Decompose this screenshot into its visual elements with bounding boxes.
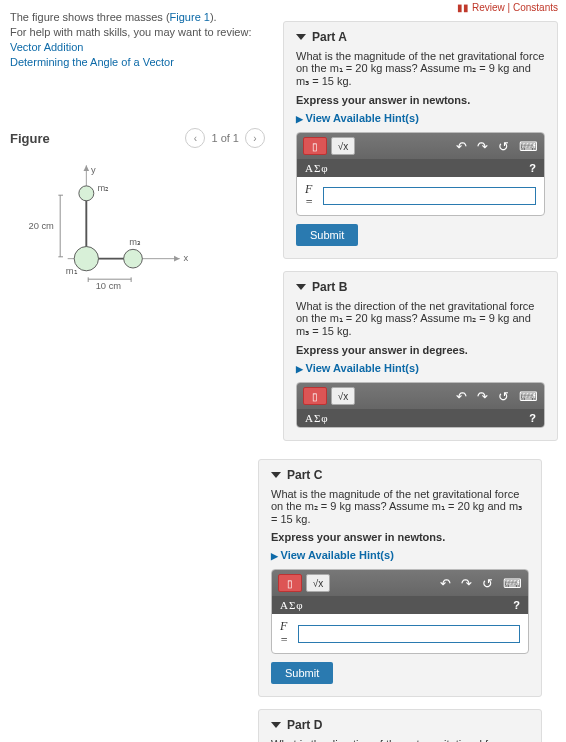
intro-line1b: ). — [210, 11, 217, 23]
part-c-panel: Part C What is the magnitude of the net … — [258, 459, 542, 696]
keyboard-icon[interactable]: ⌨ — [519, 139, 538, 154]
top-links: ▮▮ Review | Constants — [283, 0, 558, 15]
svg-text:x: x — [183, 253, 188, 263]
intro-block: The figure shows three masses (Figure 1)… — [10, 11, 265, 68]
part-c-input[interactable] — [298, 625, 520, 643]
undo-icon[interactable]: ↶ — [456, 139, 467, 154]
part-c-answer-box: ▯ √x ↶ ↷ ↺ ⌨ ΑΣφ ? F = — [271, 569, 529, 653]
keyboard-icon[interactable]: ⌨ — [519, 389, 538, 404]
part-a-answer-box: ▯ √x ↶ ↷ ↺ ⌨ ΑΣφ ? F = — [296, 132, 545, 216]
svg-point-8 — [124, 249, 143, 268]
vector-addition-link[interactable]: Vector Addition — [10, 41, 83, 53]
part-b-answer-box: ▯ √x ↶ ↷ ↺ ⌨ ΑΣφ ? — [296, 382, 545, 428]
part-d-title: Part D — [287, 718, 322, 732]
svg-text:y: y — [91, 165, 96, 175]
constants-link[interactable]: Constants — [513, 2, 558, 13]
reset-icon[interactable]: ↺ — [498, 389, 509, 404]
template-icon[interactable]: ▯ — [278, 574, 302, 592]
intro-line2: For help with math skills, you may want … — [10, 26, 265, 38]
part-c-var: F = — [280, 620, 294, 646]
redo-icon[interactable]: ↷ — [477, 139, 488, 154]
part-a-instruction: Express your answer in newtons. — [296, 94, 545, 106]
collapse-icon[interactable] — [296, 34, 306, 40]
part-b-instruction: Express your answer in degrees. — [296, 344, 545, 356]
figure-link[interactable]: Figure 1 — [170, 11, 210, 23]
symbols-button[interactable]: ΑΣφ — [305, 412, 329, 424]
part-a-question: What is the magnitude of the net gravita… — [296, 50, 545, 88]
help-icon[interactable]: ? — [529, 162, 536, 174]
template-icon[interactable]: ▯ — [303, 387, 327, 405]
sqrt-icon[interactable]: √x — [331, 387, 355, 405]
review-link[interactable]: Review — [472, 2, 505, 13]
redo-icon[interactable]: ↷ — [461, 576, 472, 591]
part-b-hints[interactable]: View Available Hint(s) — [296, 362, 545, 374]
part-a-hints[interactable]: View Available Hint(s) — [296, 112, 545, 124]
svg-text:m₂: m₂ — [98, 183, 110, 193]
part-c-question: What is the magnitude of the net gravita… — [271, 488, 529, 525]
angle-vector-link[interactable]: Determining the Angle of a Vector — [10, 56, 174, 68]
prev-figure-button[interactable]: ‹ — [185, 128, 205, 148]
figure-heading: Figure — [10, 131, 50, 146]
svg-point-7 — [79, 186, 94, 201]
symbols-button[interactable]: ΑΣφ — [280, 599, 304, 611]
svg-text:m₁: m₁ — [66, 266, 78, 276]
part-b-question: What is the direction of the net gravita… — [296, 300, 545, 338]
svg-text:10 cm: 10 cm — [96, 281, 122, 291]
undo-icon[interactable]: ↶ — [456, 389, 467, 404]
svg-point-6 — [74, 247, 98, 271]
part-c-hints[interactable]: View Available Hint(s) — [271, 549, 529, 561]
part-c-title: Part C — [287, 468, 322, 482]
svg-text:20 cm: 20 cm — [28, 221, 54, 231]
redo-icon[interactable]: ↷ — [477, 389, 488, 404]
reset-icon[interactable]: ↺ — [498, 139, 509, 154]
undo-icon[interactable]: ↶ — [440, 576, 451, 591]
keyboard-icon[interactable]: ⌨ — [503, 576, 522, 591]
help-icon[interactable]: ? — [529, 412, 536, 424]
figure-diagram: y x m₂ m₃ m₁ 20 cm 10 cm — [10, 156, 200, 296]
symbols-button[interactable]: ΑΣφ — [305, 162, 329, 174]
svg-marker-1 — [174, 256, 180, 262]
part-a-title: Part A — [312, 30, 347, 44]
part-c-submit-button[interactable]: Submit — [271, 662, 333, 684]
svg-marker-3 — [84, 165, 90, 171]
next-figure-button[interactable]: › — [245, 128, 265, 148]
part-b-title: Part B — [312, 280, 347, 294]
part-d-question: What is the direction of the net gravita… — [271, 738, 529, 742]
sqrt-icon[interactable]: √x — [331, 137, 355, 155]
collapse-icon[interactable] — [271, 722, 281, 728]
intro-line1a: The figure shows three masses ( — [10, 11, 170, 23]
part-a-var: F = — [305, 183, 319, 209]
part-a-panel: Part A What is the magnitude of the net … — [283, 21, 558, 259]
help-icon[interactable]: ? — [513, 599, 520, 611]
part-b-panel: Part B What is the direction of the net … — [283, 271, 558, 441]
collapse-icon[interactable] — [296, 284, 306, 290]
part-c-instruction: Express your answer in newtons. — [271, 531, 529, 543]
collapse-icon[interactable] — [271, 472, 281, 478]
reset-icon[interactable]: ↺ — [482, 576, 493, 591]
sqrt-icon[interactable]: √x — [306, 574, 330, 592]
part-a-submit-button[interactable]: Submit — [296, 224, 358, 246]
part-d-panel: Part D What is the direction of the net … — [258, 709, 542, 742]
figure-counter: 1 of 1 — [211, 132, 239, 144]
svg-text:m₃: m₃ — [129, 237, 141, 247]
part-a-input[interactable] — [323, 187, 536, 205]
template-icon[interactable]: ▯ — [303, 137, 327, 155]
figure-nav: ‹ 1 of 1 › — [185, 128, 265, 148]
